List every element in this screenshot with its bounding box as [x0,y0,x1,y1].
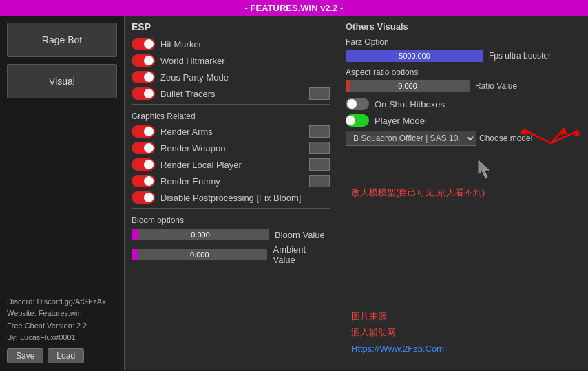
bloom-value-row: 0.000 Bloom Value [132,229,330,240]
farz-row: 5000.000 Fps ultra booster [346,50,580,62]
disable-postprocessing-label: Disable Postprocessing [Fix Bloom] [160,193,330,203]
render-local-player-row: Render Local Player [132,158,330,171]
svg-line-0 [523,129,551,143]
render-enemy-color[interactable] [309,175,330,187]
annotation-text: 改人模模型(自己可见,别人看不到) [351,184,485,200]
version-label: Free Cheat Version: 2.2 [7,320,117,332]
watermark: 图片来源 洒入辅助网 Https://Www.2Fzb.Com [351,308,444,357]
farz-option-label: Farz Option [346,37,580,47]
farz-slider[interactable]: 5000.000 [346,50,483,62]
bloom-slider-value: 0.000 [132,229,269,240]
right-panel: Others Visuals Farz Option 5000.000 Fps … [337,16,588,370]
world-hitmarker-toggle[interactable] [132,54,155,67]
sidebar-info: Discord: Discord.gg/AfGEzAx Website: Fea… [7,296,117,363]
hit-marker-toggle[interactable] [132,38,155,50]
render-arms-label: Render Arms [160,127,304,137]
bloom-title: Bloom options [132,215,330,225]
website-label: Website: Features.win [7,308,117,320]
bloom-label: Bloom Value [275,230,325,240]
ratio-value: 0.000 [346,80,470,92]
arrows-annotation [441,123,588,187]
on-shot-hitboxes-toggle[interactable] [346,98,369,110]
svg-marker-6 [479,160,489,178]
bullet-tracers-row: Bullet Tracers [132,87,330,100]
render-weapon-label: Render Weapon [160,143,304,153]
load-button[interactable]: Load [48,348,84,363]
bloom-slider[interactable]: 0.000 [132,229,269,240]
bullet-tracers-toggle[interactable] [132,87,155,100]
player-model-toggle[interactable] [346,114,369,127]
ambient-value-row: 0.000 Ambient Value [132,244,330,265]
ratio-slider[interactable]: 0.000 [346,80,470,92]
title-bar: - FEATURES.WIN v2.2 - [0,0,588,16]
visual-button[interactable]: Visual [7,64,117,98]
disable-postprocessing-toggle[interactable] [132,191,155,204]
esp-title: ESP [132,21,330,32]
render-local-player-toggle[interactable] [132,158,155,171]
render-arms-color[interactable] [309,125,330,138]
chinese-annotation: 改人模模型(自己可见,别人看不到) [351,184,485,200]
ratio-row: 0.000 Ratio Value [346,80,580,92]
on-shot-hitboxes-row: On Shot Hitboxes [346,98,580,110]
render-arms-row: Render Arms [132,125,330,138]
world-hitmarker-row: World Hitmarker [132,54,330,67]
title-text: - FEATURES.WIN v2.2 - [245,3,344,13]
hit-marker-row: Hit Marker [132,38,330,50]
graphics-title: Graphics Related [132,112,330,121]
watermark-line1: 图片来源 [351,308,444,324]
rage-bot-button[interactable]: Rage Bot [7,23,117,57]
zeus-party-toggle[interactable] [132,71,155,83]
ratio-label: Ratio Value [475,81,517,91]
ambient-slider[interactable]: 0.000 [132,249,267,260]
render-weapon-toggle[interactable] [132,142,155,154]
annotation-svg [441,123,588,184]
middle-panel: ESP Hit Marker World Hitmarker Zeus Part… [124,16,337,370]
hit-marker-label: Hit Marker [160,39,330,50]
ambient-slider-value: 0.000 [132,249,267,260]
zeus-party-row: Zeus Party Mode [132,71,330,83]
render-enemy-label: Render Enemy [160,176,304,187]
render-enemy-row: Render Enemy [132,175,330,187]
others-visuals-title: Others Visuals [346,21,580,32]
zeus-party-label: Zeus Party Mode [160,72,330,83]
disable-postprocessing-row: Disable Postprocessing [Fix Bloom] [132,191,330,204]
render-weapon-row: Render Weapon [132,142,330,154]
watermark-line3: Https://Www.2Fzb.Com [351,341,444,357]
by-label: By: LucasFlux#0001 [7,332,117,344]
watermark-line2: 洒入辅助网 [351,324,444,340]
render-arms-toggle[interactable] [132,125,155,138]
on-shot-hitboxes-label: On Shot Hitboxes [375,99,445,109]
render-local-player-label: Render Local Player [160,160,304,170]
render-enemy-toggle[interactable] [132,175,155,187]
save-button[interactable]: Save [7,348,43,363]
bullet-tracers-label: Bullet Tracers [160,89,304,99]
render-weapon-color[interactable] [309,142,330,154]
render-local-player-color[interactable] [309,158,330,171]
discord-label: Discord: Discord.gg/AfGEzAx [7,296,117,308]
farz-value: 5000.000 [346,50,483,62]
left-sidebar: Rage Bot Visual Discord: Discord.gg/AfGE… [0,16,124,370]
farz-label: Fps ultra booster [489,51,551,61]
world-hitmarker-label: World Hitmarker [160,56,330,66]
ambient-label: Ambient Value [273,244,330,265]
bullet-tracers-color[interactable] [309,87,330,100]
player-model-label: Player Model [375,116,427,126]
aspect-title: Aspect ratio options [346,67,580,77]
